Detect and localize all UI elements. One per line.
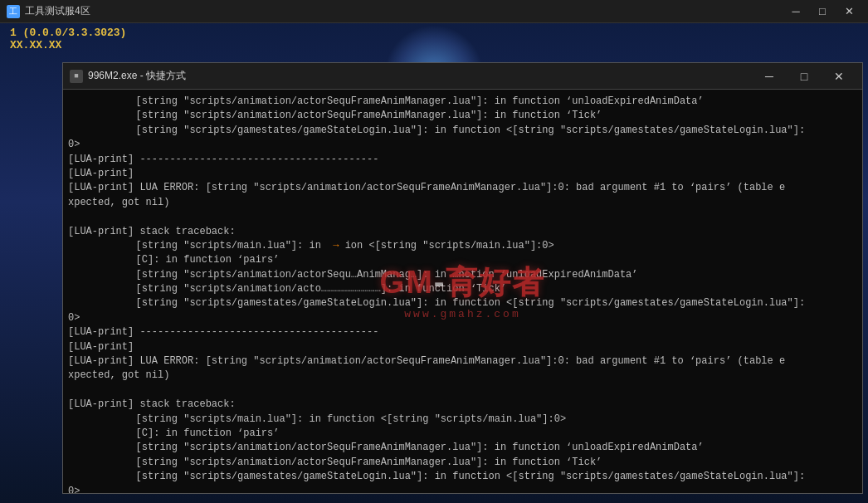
cmd-app-icon: ■ (70, 70, 83, 83)
console-line: [string "scripts/gamestates/gameStateLog… (68, 296, 857, 310)
console-line: xpected, got nil) (68, 369, 857, 383)
console-line: [string "scripts/main.lua"]: in function… (68, 413, 857, 427)
console-line: [LUA-print] stack traceback: (68, 398, 857, 412)
info-bar: 1 (0.0.0/3.3.3023) XX.XX.XX (0, 23, 868, 55)
console-line: [string "scripts/gamestates/gameStateLog… (68, 470, 857, 484)
info-line2: XX.XX.XX (10, 39, 858, 51)
console-line: [C]: in function ‘pairs’ (68, 427, 857, 441)
console-line: [string "scripts/animation/actorSequFram… (68, 456, 857, 470)
cmd-window: ■ 996M2.exe - 快捷方式 ─ □ ✕ [string "script… (62, 62, 863, 494)
console-line: [string "scripts/main.lua"]: in → ion <[… (68, 239, 857, 253)
console-line: 0> (68, 311, 857, 325)
taskbar-controls: ─ □ ✕ (783, 3, 861, 20)
console-line: [LUA-print] LUA ERROR: [string "scripts/… (68, 354, 857, 369)
console-line: [LUA-print] LUA ERROR: [string "scripts/… (68, 181, 857, 195)
taskbar-title: 工具测试服4区 (25, 4, 90, 18)
cmd-title: 996M2.exe - 快捷方式 (88, 69, 186, 83)
console-line (68, 210, 857, 224)
console-line: 0> (68, 485, 857, 493)
info-line1: 1 (0.0.0/3.3.3023) (10, 27, 858, 39)
cmd-close-button[interactable]: ✕ (822, 66, 856, 86)
cmd-console[interactable]: [string "scripts/animation/actorSequFram… (63, 90, 862, 493)
console-line: [C]: in function ‘pairs’ (68, 253, 857, 267)
console-line: [LUA-print] (68, 167, 857, 181)
console-line: [LUA-print] ----------------------------… (68, 325, 857, 339)
console-line: [string "scripts/animation/acto………………………… (68, 282, 857, 296)
console-line: [LUA-print] (68, 340, 857, 354)
console-line: 0> (68, 138, 857, 152)
console-line: [string "scripts/animation/actorSequFram… (68, 441, 857, 455)
console-line: [string "scripts/animation/actorSequFram… (68, 95, 857, 109)
console-line: [LUA-print] ----------------------------… (68, 153, 857, 167)
taskbar-close-button[interactable]: ✕ (836, 3, 861, 20)
console-line: [string "scripts/gamestates/gameStateLog… (68, 124, 857, 138)
taskbar: 工 工具测试服4区 ─ □ ✕ (0, 0, 868, 23)
console-line: xpected, got nil) (68, 196, 857, 210)
cmd-window-controls: ─ □ ✕ (753, 66, 856, 86)
outer-window: 工 工具测试服4区 ─ □ ✕ 1 (0.0.0/3.3.3023) XX.XX… (0, 0, 868, 503)
cmd-maximize-button[interactable]: □ (788, 66, 821, 86)
console-line: [string "scripts/animation/actorSequ…Ani… (68, 268, 857, 282)
taskbar-maximize-button[interactable]: □ (810, 3, 835, 20)
cmd-titlebar: ■ 996M2.exe - 快捷方式 ─ □ ✕ (63, 63, 862, 90)
taskbar-minimize-button[interactable]: ─ (783, 3, 808, 20)
cmd-minimize-button[interactable]: ─ (753, 66, 786, 86)
taskbar-app-icon: 工 (7, 5, 20, 18)
console-line: [LUA-print] stack traceback: (68, 225, 857, 239)
console-line (68, 383, 857, 398)
console-line: [string "scripts/animation/actorSequFram… (68, 109, 857, 123)
